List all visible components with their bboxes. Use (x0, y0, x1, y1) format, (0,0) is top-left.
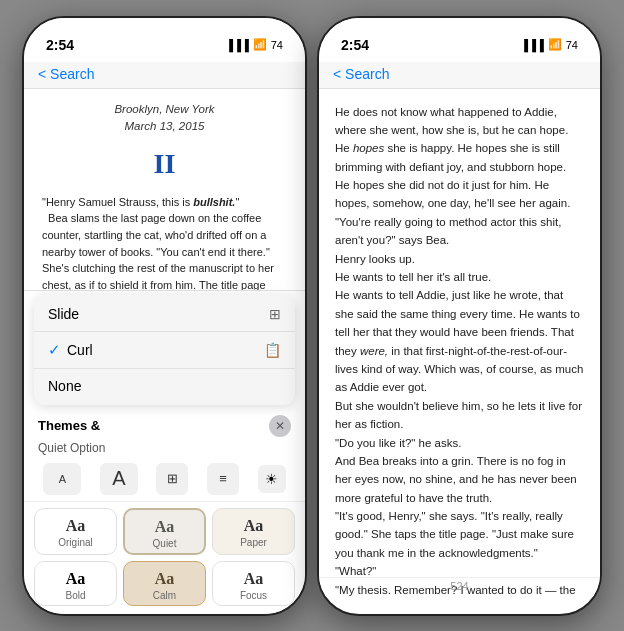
theme-calm[interactable]: Aa Calm (123, 561, 206, 606)
bottom-panel: Slide ⊞ ✓ Curl 📋 None Themes & (24, 290, 305, 614)
phones-container: 2:54 ▐▐▐ 📶 74 < Search Brooklyn, New Yor… (22, 16, 602, 616)
nav-bar-right: < Search (319, 62, 600, 89)
battery-left: 74 (271, 39, 283, 51)
theme-focus-name: Focus (240, 590, 267, 601)
theme-paper-name: Paper (240, 537, 267, 548)
slide-label: Slide (48, 306, 79, 322)
status-icons-left: ▐▐▐ 📶 74 (225, 38, 283, 51)
check-icon: ✓ (48, 341, 61, 359)
slide-icon: ⊞ (269, 306, 281, 322)
time-right: 2:54 (341, 37, 369, 53)
phone-left: 2:54 ▐▐▐ 📶 74 < Search Brooklyn, New Yor… (22, 16, 307, 616)
quiet-option-label: Quiet Option (24, 441, 305, 459)
theme-bold-aa: Aa (66, 570, 86, 588)
font-style-button[interactable]: ⊞ (156, 463, 188, 495)
transition-curl[interactable]: ✓ Curl 📋 (34, 332, 295, 369)
layout-button[interactable]: ≡ (207, 463, 239, 495)
time-left: 2:54 (46, 37, 74, 53)
brightness-button[interactable]: ☀ (258, 465, 286, 493)
theme-quiet[interactable]: Aa Quiet (123, 508, 206, 555)
theme-focus[interactable]: Aa Focus (212, 561, 295, 606)
theme-original[interactable]: Aa Original (34, 508, 117, 555)
theme-original-name: Original (58, 537, 92, 548)
theme-bold[interactable]: Aa Bold (34, 561, 117, 606)
phone-right: 2:54 ▐▐▐ 📶 74 < Search He does not know … (317, 16, 602, 616)
back-button-left[interactable]: < Search (38, 66, 94, 82)
book-header: Brooklyn, New YorkMarch 13, 2015 (42, 101, 287, 137)
theme-focus-aa: Aa (244, 570, 264, 588)
wifi-icon-right: 📶 (548, 38, 562, 51)
theme-paper-aa: Aa (244, 517, 264, 535)
status-icons-right: ▐▐▐ 📶 74 (520, 38, 578, 51)
theme-calm-name: Calm (153, 590, 176, 601)
book-content-right: He does not know what happened to Addie,… (319, 89, 600, 597)
themes-label: Themes & (38, 418, 100, 433)
font-small-button[interactable]: A (43, 463, 81, 495)
theme-paper[interactable]: Aa Paper (212, 508, 295, 555)
transition-none[interactable]: None (34, 369, 295, 403)
nav-bar-left: < Search (24, 62, 305, 89)
chapter-number: II (42, 142, 287, 185)
status-bar-left: 2:54 ▐▐▐ 📶 74 (24, 18, 305, 62)
page-number: 524 (450, 580, 468, 592)
font-large-button[interactable]: A (100, 463, 138, 495)
wifi-icon: 📶 (253, 38, 267, 51)
close-button[interactable]: ✕ (269, 415, 291, 437)
back-button-right[interactable]: < Search (333, 66, 389, 82)
theme-grid: Aa Original Aa Quiet Aa Paper Aa Bold (24, 502, 305, 614)
themes-bar: Themes & ✕ (24, 409, 305, 441)
theme-quiet-aa: Aa (155, 518, 175, 536)
transition-menu: Slide ⊞ ✓ Curl 📋 None (34, 295, 295, 405)
transition-slide[interactable]: Slide ⊞ (34, 297, 295, 332)
curl-icon: 📋 (264, 342, 281, 358)
battery-right: 74 (566, 39, 578, 51)
none-label: None (48, 378, 81, 394)
theme-quiet-name: Quiet (153, 538, 177, 549)
status-bar-right: 2:54 ▐▐▐ 📶 74 (319, 18, 600, 62)
theme-calm-aa: Aa (155, 570, 175, 588)
signal-icon: ▐▐▐ (225, 39, 248, 51)
curl-label: Curl (67, 342, 93, 358)
theme-original-aa: Aa (66, 517, 86, 535)
page-number-bar: 524 (319, 577, 600, 594)
book-content-left: Brooklyn, New YorkMarch 13, 2015 II "Hen… (24, 89, 305, 309)
font-row: A A ⊞ ≡ ☀ (24, 459, 305, 502)
theme-bold-name: Bold (65, 590, 85, 601)
signal-icon-right: ▐▐▐ (520, 39, 543, 51)
